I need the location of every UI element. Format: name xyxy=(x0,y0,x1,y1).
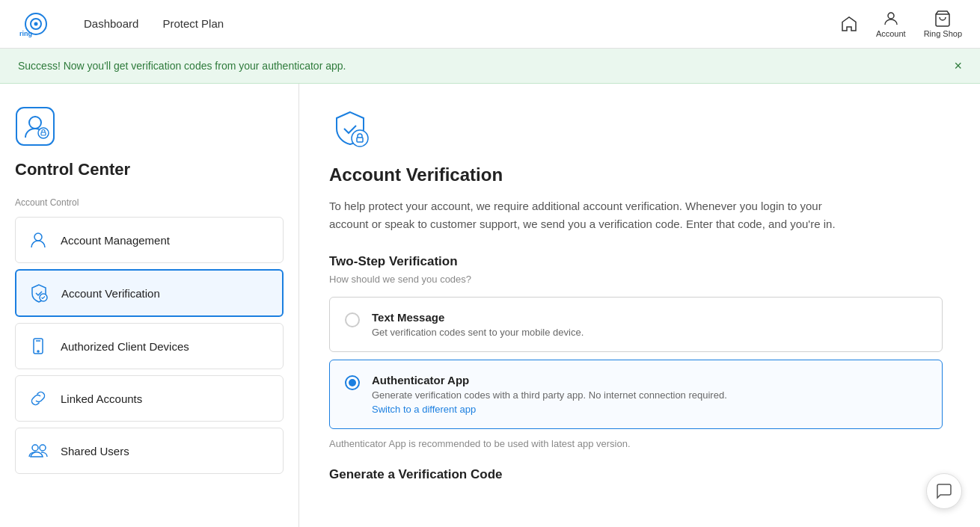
svg-point-7 xyxy=(29,117,41,129)
svg-point-16 xyxy=(40,445,46,451)
sidebar-item-account-management[interactable]: Account Management xyxy=(15,217,284,263)
link-icon xyxy=(28,388,49,409)
option-authenticator-title: Authenticator App xyxy=(372,374,727,386)
generate-title: Generate a Verification Code xyxy=(329,467,950,482)
ring-shop-label: Ring Shop xyxy=(924,29,962,38)
svg-point-17 xyxy=(352,130,368,147)
option-text-message-content: Text Message Get verification codes sent… xyxy=(372,311,584,338)
sidebar-item-account-verification-label: Account Verification xyxy=(61,287,160,300)
account-verification-content-icon xyxy=(329,108,371,150)
sidebar-item-account-management-label: Account Management xyxy=(61,234,170,247)
success-message: Success! Now you'll get verification cod… xyxy=(18,60,346,72)
radio-inner xyxy=(349,379,356,386)
auth-app-note: Authenticator App is recommended to be u… xyxy=(329,438,950,449)
sidebar-item-authorized-client-devices[interactable]: Authorized Client Devices xyxy=(15,323,284,369)
sidebar-item-shared-users-label: Shared Users xyxy=(61,445,129,457)
shared-users-icon xyxy=(28,440,49,461)
content-description: To help protect your account, we require… xyxy=(329,197,853,233)
header: ring Dashboard Protect Plan Account Ring… xyxy=(0,0,980,49)
account-button[interactable]: Account xyxy=(876,10,906,38)
account-icon xyxy=(882,10,900,28)
control-center-icon xyxy=(15,106,55,147)
chat-bubble-button[interactable] xyxy=(926,473,962,509)
cart-icon xyxy=(934,10,952,28)
ring-shop-button[interactable]: Ring Shop xyxy=(924,10,962,38)
svg-point-13 xyxy=(37,351,39,352)
option-authenticator-app-content: Authenticator App Generate verification … xyxy=(372,374,727,415)
option-authenticator-desc: Generate verification codes with a third… xyxy=(372,389,727,401)
option-text-message-desc: Get verification codes sent to your mobi… xyxy=(372,327,584,338)
svg-point-2 xyxy=(34,22,38,26)
svg-point-4 xyxy=(888,13,894,19)
radio-authenticator-app[interactable] xyxy=(345,375,360,390)
home-icon xyxy=(840,15,858,33)
two-step-title: Two-Step Verification xyxy=(329,254,950,269)
device-icon xyxy=(28,336,49,357)
content-title: Account Verification xyxy=(329,164,950,185)
svg-rect-6 xyxy=(16,108,54,145)
content-header-icon xyxy=(329,108,950,152)
success-banner: Success! Now you'll get verification cod… xyxy=(0,49,980,84)
content-area: Account Verification To help protect you… xyxy=(299,84,980,527)
two-step-subtitle: How should we send you codes? xyxy=(329,274,950,285)
switch-app-link[interactable]: Switch to a different app xyxy=(372,404,727,415)
sidebar-header-icon xyxy=(15,106,284,150)
sidebar-menu: Account Management Account Verification xyxy=(15,217,284,474)
nav-dashboard[interactable]: Dashboard xyxy=(84,14,138,34)
user-icon xyxy=(28,229,49,250)
sidebar-item-linked-accounts-label: Linked Accounts xyxy=(61,392,142,405)
header-actions: Account Ring Shop xyxy=(840,10,962,38)
sidebar: Control Center Account Control Account M… xyxy=(0,84,299,527)
svg-point-10 xyxy=(34,233,42,241)
section-label: Account Control xyxy=(15,197,284,208)
svg-point-15 xyxy=(32,445,38,451)
radio-text-message[interactable] xyxy=(345,312,360,327)
home-button[interactable] xyxy=(840,15,858,33)
sidebar-item-linked-accounts[interactable]: Linked Accounts xyxy=(15,375,284,422)
sidebar-item-shared-users[interactable]: Shared Users xyxy=(15,428,284,474)
sidebar-item-account-verification[interactable]: Account Verification xyxy=(15,269,284,317)
close-banner-button[interactable]: × xyxy=(954,59,962,73)
ring-logo: ring xyxy=(18,10,54,37)
account-label: Account xyxy=(876,29,906,38)
chat-icon xyxy=(935,482,953,500)
option-text-message[interactable]: Text Message Get verification codes sent… xyxy=(329,297,943,352)
option-text-message-title: Text Message xyxy=(372,311,584,324)
svg-text:ring: ring xyxy=(19,30,32,37)
sidebar-item-authorized-devices-label: Authorized Client Devices xyxy=(61,340,189,353)
sidebar-title: Control Center xyxy=(15,160,284,179)
nav-protect-plan[interactable]: Protect Plan xyxy=(162,14,224,34)
option-authenticator-app[interactable]: Authenticator App Generate verification … xyxy=(329,360,943,429)
logo: ring xyxy=(18,10,54,37)
main-layout: Control Center Account Control Account M… xyxy=(0,84,980,527)
nav-links: Dashboard Protect Plan xyxy=(84,14,840,34)
shield-check-icon xyxy=(28,283,49,303)
